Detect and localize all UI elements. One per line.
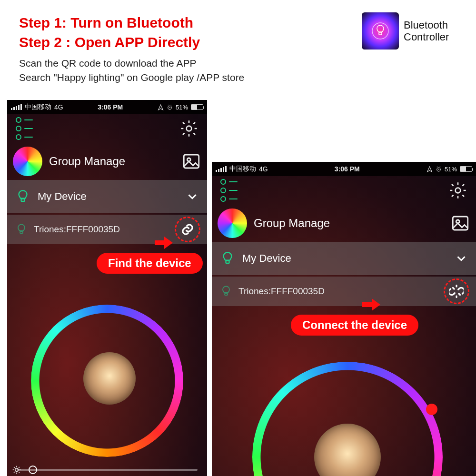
color-wheel-icon	[218, 208, 247, 238]
color-wheel-icon	[13, 147, 42, 176]
callout-connect-device: Connect the device	[292, 316, 417, 335]
device-row[interactable]: Triones:FFFF00035D	[7, 215, 207, 244]
app-badge: Bluetooth Controller	[362, 12, 449, 50]
svg-rect-1	[379, 32, 382, 35]
clock: 3:06 PM	[271, 165, 424, 173]
color-preview-disc	[83, 352, 136, 405]
app-icon	[362, 12, 399, 50]
my-device-group[interactable]: My Device	[7, 180, 207, 213]
svg-point-3	[187, 126, 192, 131]
svg-rect-13	[226, 261, 229, 263]
callout-find-device: Find the device	[98, 254, 202, 273]
link-icon	[180, 222, 195, 237]
svg-point-8	[15, 468, 19, 472]
svg-rect-6	[21, 199, 24, 201]
battery-icon	[460, 166, 472, 172]
device-row[interactable]: Triones:FFFF00035D	[212, 277, 476, 306]
app-name-line2: Controller	[404, 31, 449, 43]
bulb-icon	[219, 250, 236, 267]
step-1: Step 1: Turn on Bluetooth	[19, 13, 200, 33]
signal-icon	[11, 104, 22, 110]
clock: 3:06 PM	[66, 103, 155, 111]
steps-header: Step 1: Turn on Bluetooth Step 2 : Open …	[19, 13, 200, 52]
network: 4G	[54, 103, 63, 111]
svg-rect-7	[20, 231, 23, 233]
qr-instruction: Scan the QR code to download the APP	[19, 56, 244, 70]
gear-icon[interactable]	[448, 181, 467, 200]
group-manage-title: Group Manage	[49, 155, 175, 168]
group-manage-row[interactable]: Group Manage	[212, 205, 476, 242]
arrow-icon	[155, 235, 174, 253]
network: 4G	[259, 165, 268, 173]
image-icon[interactable]	[450, 213, 470, 233]
my-device-group[interactable]: My Device	[212, 242, 476, 275]
device-name: Triones:FFFF00035D	[34, 224, 120, 235]
app-name: Bluetooth Controller	[404, 19, 449, 43]
brightness-slider[interactable]	[17, 469, 198, 471]
download-instructions: Scan the QR code to download the APP Sea…	[19, 56, 244, 85]
unlink-icon	[449, 284, 464, 298]
svg-rect-14	[225, 293, 228, 295]
status-bar: 中国移动 4G 3:06 PM 51%	[7, 100, 207, 114]
unlink-highlight[interactable]	[444, 278, 469, 304]
device-name: Triones:FFFF00035D	[238, 286, 325, 297]
svg-point-10	[456, 188, 461, 193]
step-2: Step 2 : Open APP Directly	[19, 33, 200, 52]
chevron-down-icon	[185, 189, 199, 204]
status-bar: 中国移动 4G 3:06 PM 51%	[212, 162, 476, 176]
group-manage-title: Group Manage	[254, 217, 444, 230]
search-instruction: Search "Happy lighting" on Google play /…	[19, 70, 244, 85]
alarm-icon	[167, 104, 173, 110]
menu-list-icon[interactable]	[16, 117, 33, 140]
ring-handle[interactable]	[426, 404, 437, 415]
menu-list-icon[interactable]	[220, 179, 238, 202]
bulb-icon	[15, 188, 31, 205]
battery-percent: 51%	[445, 166, 457, 173]
screenshot-find-device: 中国移动 4G 3:06 PM 51% Group Manage My Devi…	[7, 100, 207, 476]
bulb-icon	[219, 285, 233, 298]
gear-icon[interactable]	[179, 119, 198, 138]
carrier: 中国移动	[25, 103, 51, 111]
my-device-label: My Device	[38, 190, 87, 203]
chevron-down-icon	[454, 251, 468, 266]
svg-rect-4	[184, 155, 199, 168]
battery-icon	[191, 104, 203, 110]
slider-thumb[interactable]	[29, 466, 37, 474]
link-highlight[interactable]	[175, 217, 200, 242]
top-actions	[7, 114, 207, 143]
arrow-icon	[362, 297, 381, 315]
bulb-icon	[15, 223, 28, 236]
group-manage-row[interactable]: Group Manage	[7, 143, 207, 180]
alarm-icon	[436, 166, 442, 172]
bulb-icon	[371, 21, 390, 40]
app-name-line1: Bluetooth	[404, 19, 449, 31]
carrier: 中国移动	[229, 165, 256, 173]
sun-icon	[12, 465, 21, 475]
location-icon	[426, 166, 433, 172]
battery-percent: 51%	[176, 104, 188, 111]
my-device-label: My Device	[242, 252, 291, 265]
location-icon	[158, 104, 164, 110]
screenshot-connect-device: 中国移动 4G 3:06 PM 51% Group Manage My Devi…	[212, 162, 476, 476]
svg-rect-11	[453, 217, 468, 230]
image-icon[interactable]	[181, 151, 201, 171]
signal-icon	[216, 166, 227, 172]
top-actions	[212, 176, 476, 205]
